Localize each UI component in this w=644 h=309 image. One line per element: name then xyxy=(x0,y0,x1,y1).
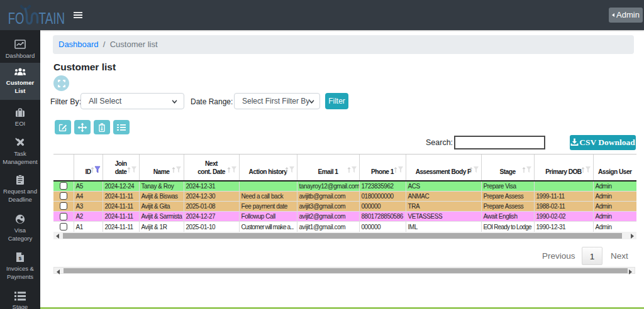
svg-text:TAIN: TAIN xyxy=(39,9,65,28)
svg-text:$: $ xyxy=(19,256,22,261)
svg-text:FO: FO xyxy=(8,9,25,28)
